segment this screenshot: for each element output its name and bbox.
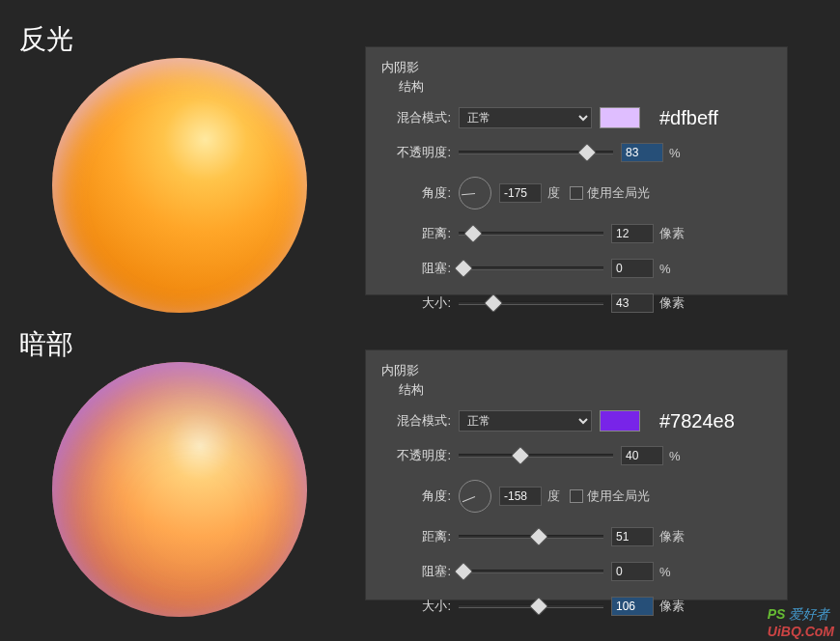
slider-thumb[interactable] xyxy=(577,143,597,162)
size-unit: 像素 xyxy=(659,598,685,615)
angle-unit: 度 xyxy=(547,184,560,202)
size-row: 大小: 106 像素 xyxy=(379,594,773,619)
slider-thumb[interactable] xyxy=(454,562,473,581)
angle-unit: 度 xyxy=(547,488,560,505)
slider-thumb[interactable] xyxy=(511,446,530,465)
slider-thumb[interactable] xyxy=(484,293,503,313)
distance-input[interactable]: 51 xyxy=(611,527,654,546)
blend-mode-label: 混合模式: xyxy=(379,412,451,430)
blend-mode-row: 混合模式: 正常 #7824e8 xyxy=(379,408,773,433)
size-slider[interactable] xyxy=(459,604,603,608)
blend-mode-select[interactable]: 正常 xyxy=(459,107,592,128)
global-light-label: 使用全局光 xyxy=(587,488,650,505)
distance-slider[interactable] xyxy=(459,232,603,236)
distance-label: 距离: xyxy=(379,225,451,242)
size-input[interactable]: 43 xyxy=(611,293,654,313)
choke-row: 阻塞: 0 % xyxy=(379,559,773,584)
opacity-row: 不透明度: 83 % xyxy=(379,140,773,165)
angle-dial[interactable] xyxy=(459,177,491,209)
global-light-checkbox[interactable] xyxy=(570,186,583,200)
slider-thumb[interactable] xyxy=(454,259,473,278)
inner-shadow-panel-2: 内阴影 结构 混合模式: 正常 #7824e8 不透明度: 40 % 角度: -… xyxy=(365,349,788,600)
angle-row: 角度: -175 度 使用全局光 xyxy=(379,175,773,211)
slider-thumb[interactable] xyxy=(529,597,548,616)
distance-row: 距离: 12 像素 xyxy=(379,221,773,246)
distance-unit: 像素 xyxy=(659,225,685,242)
distance-slider[interactable] xyxy=(459,535,603,539)
opacity-label: 不透明度: xyxy=(379,447,451,464)
global-light-checkbox[interactable] xyxy=(570,489,583,503)
panel-subtitle: 结构 xyxy=(399,381,773,399)
section-label-shadow: 暗部 xyxy=(19,326,73,363)
color-swatch[interactable] xyxy=(600,107,640,128)
global-light-label: 使用全局光 xyxy=(587,184,650,202)
blend-mode-row: 混合模式: 正常 #dfbeff xyxy=(379,105,773,130)
choke-slider[interactable] xyxy=(459,266,603,270)
blend-mode-label: 混合模式: xyxy=(379,109,451,126)
preview-sphere-shadow xyxy=(52,362,307,617)
choke-input[interactable]: 0 xyxy=(611,562,654,581)
preview-sphere-reflection xyxy=(52,58,307,313)
angle-input[interactable]: -158 xyxy=(499,487,542,506)
choke-row: 阻塞: 0 % xyxy=(379,256,773,281)
color-swatch[interactable] xyxy=(600,410,640,432)
panel-title: 内阴影 xyxy=(381,362,773,379)
watermark-url: UiBQ.CoM xyxy=(768,624,834,639)
opacity-slider[interactable] xyxy=(459,454,613,458)
hex-color-text: #dfbeff xyxy=(659,107,718,129)
panel-title: 内阴影 xyxy=(381,59,773,76)
angle-row: 角度: -158 度 使用全局光 xyxy=(379,478,773,515)
distance-label: 距离: xyxy=(379,528,451,545)
angle-needle xyxy=(462,193,475,195)
panel-subtitle: 结构 xyxy=(399,78,773,96)
distance-row: 距离: 51 像素 xyxy=(379,524,773,549)
opacity-input[interactable]: 83 xyxy=(621,143,663,162)
angle-needle xyxy=(462,496,475,502)
opacity-slider[interactable] xyxy=(459,151,613,154)
inner-shadow-panel-1: 内阴影 结构 混合模式: 正常 #dfbeff 不透明度: 83 % 角度: -… xyxy=(365,46,788,295)
section-label-reflection: 反光 xyxy=(19,21,73,58)
size-input[interactable]: 106 xyxy=(611,597,654,616)
slider-thumb[interactable] xyxy=(529,527,548,546)
hex-color-text: #7824e8 xyxy=(659,410,735,432)
size-label: 大小: xyxy=(379,598,451,615)
size-slider[interactable] xyxy=(459,301,603,305)
size-label: 大小: xyxy=(379,294,451,312)
watermark: PS 爱好者 UiBQ.CoM xyxy=(768,606,834,639)
opacity-unit: % xyxy=(669,449,681,463)
opacity-unit: % xyxy=(669,146,681,160)
watermark-cn: 爱好者 xyxy=(789,606,829,622)
angle-label: 角度: xyxy=(379,488,451,505)
distance-unit: 像素 xyxy=(659,528,685,545)
watermark-ps: PS xyxy=(768,606,786,622)
choke-unit: % xyxy=(659,565,671,579)
choke-label: 阻塞: xyxy=(379,563,451,580)
choke-unit: % xyxy=(659,262,671,276)
blend-mode-select[interactable]: 正常 xyxy=(459,410,592,432)
size-unit: 像素 xyxy=(659,294,685,312)
angle-label: 角度: xyxy=(379,184,451,202)
choke-input[interactable]: 0 xyxy=(611,259,654,278)
choke-slider[interactable] xyxy=(459,570,603,573)
opacity-label: 不透明度: xyxy=(379,144,451,161)
angle-dial[interactable] xyxy=(459,480,491,513)
angle-input[interactable]: -175 xyxy=(499,183,542,203)
choke-label: 阻塞: xyxy=(379,260,451,277)
size-row: 大小: 43 像素 xyxy=(379,291,773,316)
opacity-row: 不透明度: 40 % xyxy=(379,443,773,468)
slider-thumb[interactable] xyxy=(463,224,483,243)
distance-input[interactable]: 12 xyxy=(611,224,654,243)
opacity-input[interactable]: 40 xyxy=(621,446,663,465)
